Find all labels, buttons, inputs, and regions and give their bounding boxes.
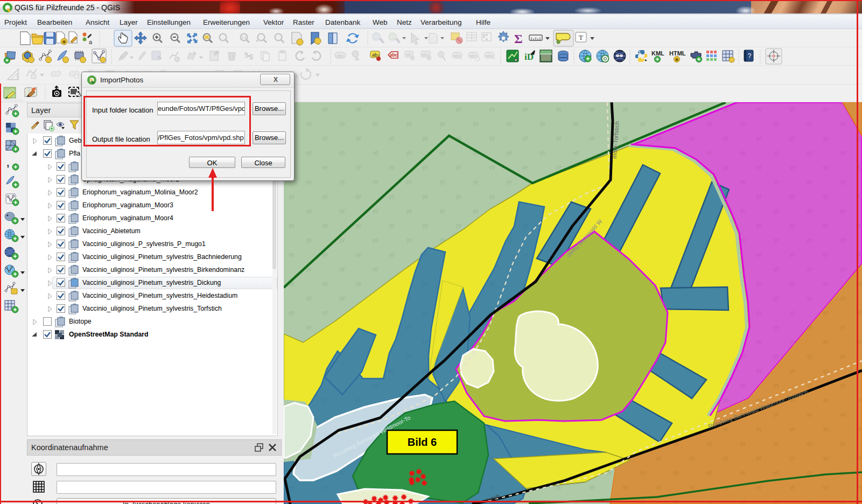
svg-text:abc: abc	[390, 52, 398, 58]
svg-text:T: T	[579, 33, 583, 41]
svg-text:abc: abc	[486, 53, 493, 58]
svg-text:abc: abc	[422, 52, 429, 57]
svg-text:,: ,	[6, 157, 10, 169]
svg-text:Σ: Σ	[514, 32, 523, 46]
svg-text:KML: KML	[651, 50, 664, 57]
svg-text:ab: ab	[372, 52, 377, 58]
svg-text:ab: ab	[407, 52, 411, 57]
svg-text:abc: abc	[454, 53, 461, 58]
svg-text:1:1: 1:1	[241, 36, 247, 39]
svg-text:Bild 6: Bild 6	[408, 436, 437, 448]
svg-text:a: a	[89, 39, 93, 45]
svg-text:HTML: HTML	[669, 50, 686, 57]
svg-text:✱: ✱	[62, 39, 66, 45]
svg-text:✱: ✱	[675, 57, 679, 62]
svg-text:abc: abc	[470, 53, 477, 58]
svg-text:abc: abc	[337, 53, 344, 58]
svg-text:?: ?	[748, 52, 752, 60]
